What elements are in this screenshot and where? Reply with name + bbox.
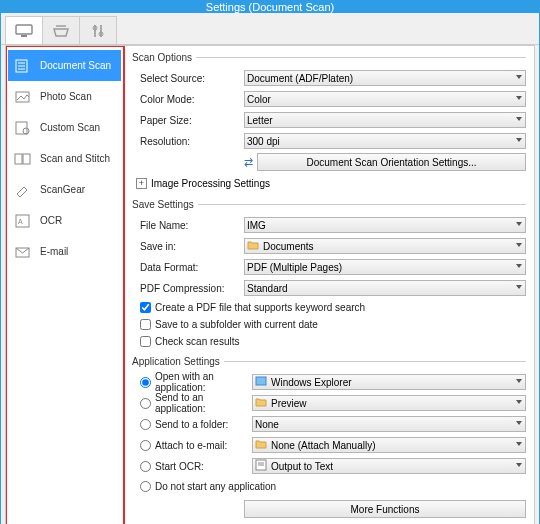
monitor-icon	[14, 23, 34, 39]
svg-rect-0	[16, 25, 32, 34]
send-folder-label: Send to a folder:	[155, 419, 228, 430]
sidebar-item-label: Photo Scan	[40, 91, 92, 102]
swap-icon[interactable]: ⇄	[244, 156, 253, 169]
send-app-dropdown[interactable]: Preview	[252, 395, 526, 411]
do-not-start-radio[interactable]	[140, 481, 151, 492]
select-source-dropdown[interactable]: Document (ADF/Platen)	[244, 70, 526, 86]
sidebar-item-label: E-mail	[40, 246, 68, 257]
send-folder-dropdown[interactable]: None	[252, 416, 526, 432]
sidebar-item-label: Custom Scan	[40, 122, 100, 133]
save-in-label: Save in:	[132, 241, 244, 252]
data-format-dropdown[interactable]: PDF (Multiple Pages)	[244, 259, 526, 275]
paper-size-label: Paper Size:	[132, 115, 244, 126]
resolution-label: Resolution:	[132, 136, 244, 147]
photo-icon	[12, 88, 34, 106]
subfolder-checkbox[interactable]	[140, 319, 151, 330]
ocr-icon: A	[12, 212, 34, 230]
color-mode-label: Color Mode:	[132, 94, 244, 105]
window-title: Settings (Document Scan)	[206, 1, 334, 13]
sidebar-item-custom-scan[interactable]: Custom Scan	[8, 112, 121, 143]
pdf-compression-label: PDF Compression:	[132, 283, 244, 294]
application-settings-group: Application Settings Open with an applic…	[132, 356, 526, 520]
sidebar-item-photo-scan[interactable]: Photo Scan	[8, 81, 121, 112]
start-ocr-label: Start OCR:	[155, 461, 204, 472]
save-settings-group: Save Settings File Name: IMG Save in: Do…	[132, 199, 526, 350]
send-folder-radio[interactable]	[140, 419, 151, 430]
image-processing-expander[interactable]: + Image Processing Settings	[132, 173, 526, 193]
scan-options-legend: Scan Options	[132, 52, 196, 63]
svg-rect-14	[15, 154, 22, 164]
send-app-radio[interactable]	[140, 398, 151, 409]
check-results-checkbox[interactable]	[140, 336, 151, 347]
main-panel: Scan Options Select Source: Document (AD…	[124, 46, 534, 524]
sidebar-item-scan-stitch[interactable]: Scan and Stitch	[8, 143, 121, 174]
keyword-search-checkbox[interactable]	[140, 302, 151, 313]
email-icon	[12, 243, 34, 261]
content-wrap: Document Scan Photo Scan Custom Scan Sca…	[5, 45, 535, 524]
open-with-dropdown[interactable]: Windows Explorer	[252, 374, 526, 390]
sidebar: Document Scan Photo Scan Custom Scan Sca…	[6, 46, 124, 524]
titlebar: Settings (Document Scan)	[1, 1, 539, 13]
start-ocr-radio[interactable]	[140, 461, 151, 472]
sidebar-item-document-scan[interactable]: Document Scan	[8, 50, 121, 81]
sidebar-item-label: OCR	[40, 215, 62, 226]
open-with-radio[interactable]	[140, 377, 151, 388]
sidebar-item-scangear[interactable]: ScanGear	[8, 174, 121, 205]
file-name-label: File Name:	[132, 220, 244, 231]
attach-email-label: Attach to e-mail:	[155, 440, 227, 451]
tab-scan-from-computer[interactable]	[5, 16, 43, 44]
svg-text:A: A	[18, 218, 23, 225]
sidebar-item-ocr[interactable]: A OCR	[8, 205, 121, 236]
stitch-icon	[12, 150, 34, 168]
settings-window: Settings (Document Scan) Document Scan	[0, 0, 540, 524]
tools-icon	[88, 23, 108, 39]
save-settings-legend: Save Settings	[132, 199, 198, 210]
sidebar-item-label: ScanGear	[40, 184, 85, 195]
resolution-dropdown[interactable]: 300 dpi	[244, 133, 526, 149]
client-area: Document Scan Photo Scan Custom Scan Sca…	[1, 13, 539, 524]
sidebar-item-label: Scan and Stitch	[40, 153, 110, 164]
svg-rect-1	[21, 35, 27, 37]
attach-email-dropdown[interactable]: None (Attach Manually)	[252, 437, 526, 453]
subfolder-label: Save to a subfolder with current date	[155, 319, 318, 330]
svg-rect-15	[23, 154, 30, 164]
custom-icon	[12, 119, 34, 137]
orientation-settings-button[interactable]: Document Scan Orientation Settings...	[257, 153, 526, 171]
select-source-label: Select Source:	[132, 73, 244, 84]
do-not-start-label: Do not start any application	[155, 481, 276, 492]
image-processing-label: Image Processing Settings	[151, 178, 270, 189]
save-in-dropdown[interactable]: Documents	[244, 238, 526, 254]
color-mode-dropdown[interactable]: Color	[244, 91, 526, 107]
scan-options-group: Scan Options Select Source: Document (AD…	[132, 52, 526, 193]
document-icon	[12, 57, 34, 75]
top-tabstrip	[1, 13, 539, 45]
open-with-label: Open with an application:	[155, 371, 252, 393]
more-functions-button[interactable]: More Functions	[244, 500, 526, 518]
start-ocr-dropdown[interactable]: Output to Text	[252, 458, 526, 474]
attach-email-radio[interactable]	[140, 440, 151, 451]
tab-scan-from-panel[interactable]	[42, 16, 80, 44]
keyword-search-label: Create a PDF file that supports keyword …	[155, 302, 365, 313]
scangear-icon	[12, 181, 34, 199]
send-app-label: Send to an application:	[155, 392, 252, 414]
plus-icon: +	[136, 178, 147, 189]
pdf-compression-dropdown[interactable]: Standard	[244, 280, 526, 296]
application-settings-legend: Application Settings	[132, 356, 224, 367]
tab-general-settings[interactable]	[79, 16, 117, 44]
data-format-label: Data Format:	[132, 262, 244, 273]
file-name-field[interactable]: IMG	[244, 217, 526, 233]
check-results-label: Check scan results	[155, 336, 239, 347]
scanner-icon	[51, 23, 71, 39]
svg-point-13	[23, 128, 29, 134]
paper-size-dropdown[interactable]: Letter	[244, 112, 526, 128]
sidebar-item-email[interactable]: E-mail	[8, 236, 121, 267]
sidebar-item-label: Document Scan	[40, 60, 111, 71]
